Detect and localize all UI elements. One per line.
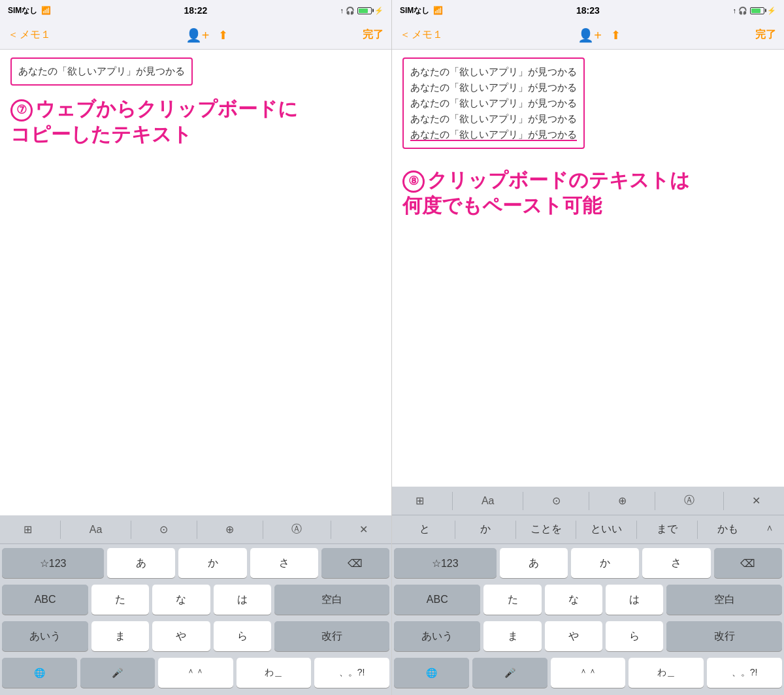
key-ka-left[interactable]: か [178, 548, 246, 578]
key-ra-left[interactable]: ら [214, 621, 271, 651]
keyboard-right: ☆123 あ か さ ⌫ ABC た な は 空白 あいう ま や ら 改行 [392, 544, 784, 695]
suggestion-6[interactable]: かも [698, 520, 758, 539]
key-space-left[interactable]: 空白 [274, 585, 389, 615]
key-na-right[interactable]: な [545, 585, 602, 615]
status-left-left: SIMなし 📶 [8, 5, 51, 16]
key-ka-right[interactable]: か [571, 548, 639, 578]
suggestions-row-right: と か ことを といい まで かも ＾ [392, 515, 784, 544]
key-wa-right[interactable]: わ＿ [629, 658, 704, 688]
key-ya-left[interactable]: や [152, 621, 210, 651]
key-mic-right[interactable]: 🎤 [472, 658, 547, 688]
key-ma-right[interactable]: ま [483, 621, 541, 651]
back-label-right: メモ１ [412, 28, 443, 42]
signal-icon: ↑ 🎧 [340, 7, 355, 15]
key-ha-right[interactable]: は [606, 585, 663, 615]
suggestion-2[interactable]: か [455, 520, 515, 539]
pasted-text-box: あなたの「欲しいアプリ」が見つかる あなたの「欲しいアプリ」が見つかる あなたの… [402, 57, 585, 149]
key-na-left[interactable]: な [152, 585, 210, 615]
key-aiueo-left[interactable]: あいう [2, 621, 88, 651]
back-label-left: メモ１ [20, 28, 51, 42]
key-abc-right[interactable]: ABC [394, 585, 480, 615]
key-ha-left[interactable]: は [214, 585, 271, 615]
battery-right [750, 7, 764, 14]
grid-icon-left[interactable]: ⊞ [18, 521, 37, 538]
done-button-left[interactable]: 完了 [363, 28, 384, 42]
key-mic-left[interactable]: 🎤 [80, 658, 155, 688]
bottom-row-left: 🌐 🎤 ＾＾ わ＿ 、。?! [2, 658, 389, 688]
keyboard-area-left: ⊞ Aa ⊙ ⊕ Ⓐ ✕ ☆123 あ か さ ⌫ ABC た な [0, 515, 391, 695]
key-aiueo-right[interactable]: あいう [394, 621, 480, 651]
key-123-right[interactable]: ☆123 [394, 548, 497, 578]
grid-icon-right[interactable]: ⊞ [410, 492, 429, 509]
right-screen: SIMなし 📶 18:23 ↑ 🎧 ⚡ ＜ メモ１ 👤+ ⬆ 完了 あなたの「欲… [392, 0, 784, 695]
back-button-right[interactable]: ＜ メモ１ [400, 28, 443, 42]
key-ya-right[interactable]: や [545, 621, 602, 651]
left-screen: SIMなし 📶 18:22 ↑ 🎧 ⚡ ＜ メモ１ 👤+ ⬆ 完了 あなたの「欲… [0, 0, 392, 695]
done-button-right[interactable]: 完了 [755, 28, 776, 42]
annotation-number-left: ⑦ [10, 99, 33, 121]
keyboard-left: ☆123 あ か さ ⌫ ABC た な は 空白 あいう ま や ら 改行 [0, 544, 391, 695]
nav-bar-left: ＜ メモ１ 👤+ ⬆ 完了 [0, 21, 391, 50]
plus-circle-icon-right[interactable]: ⊕ [613, 492, 632, 509]
key-punct-left[interactable]: 、。?! [314, 658, 389, 688]
toolbar-right: ⊞ Aa ⊙ ⊕ Ⓐ ✕ [392, 487, 784, 515]
pasted-line-3: あなたの「欲しいアプリ」が見つかる [410, 95, 577, 111]
key-a-left[interactable]: あ [107, 548, 175, 578]
key-hat-right[interactable]: ＾＾ [551, 658, 626, 688]
key-ra-right[interactable]: ら [606, 621, 663, 651]
share-icon-left[interactable]: ⬆ [218, 28, 228, 42]
back-button-left[interactable]: ＜ メモ１ [8, 28, 51, 42]
key-globe-left[interactable]: 🌐 [2, 658, 77, 688]
suggestion-3[interactable]: ことを [516, 520, 576, 539]
key-wa-left[interactable]: わ＿ [237, 658, 312, 688]
check-icon-right[interactable]: ⊙ [547, 492, 566, 509]
key-123-left[interactable]: ☆123 [2, 548, 104, 578]
suggestion-5[interactable]: まで [637, 520, 697, 539]
content-right: あなたの「欲しいアプリ」が見つかる あなたの「欲しいアプリ」が見つかる あなたの… [392, 50, 784, 487]
close-icon-left[interactable]: ✕ [354, 521, 373, 538]
key-row-2-left: ABC た な は 空白 [2, 585, 389, 615]
key-globe-right[interactable]: 🌐 [394, 658, 469, 688]
font-icon-left[interactable]: Aa [84, 521, 108, 538]
key-ta-right[interactable]: た [483, 585, 541, 615]
key-delete-left[interactable]: ⌫ [321, 548, 389, 578]
key-sa-right[interactable]: さ [642, 548, 710, 578]
key-hat-left[interactable]: ＾＾ [158, 658, 233, 688]
key-ta-left[interactable]: た [91, 585, 149, 615]
add-contact-icon-right[interactable]: 👤+ [578, 27, 602, 43]
suggestion-4[interactable]: といい [576, 520, 636, 539]
style-icon-left[interactable]: Ⓐ [286, 520, 307, 539]
nav-actions-right: 👤+ ⬆ [578, 27, 621, 43]
key-row-1-right: ☆123 あ か さ ⌫ [394, 548, 782, 578]
key-row-3-left: あいう ま や ら 改行 [2, 621, 389, 651]
sim-label-right: SIMなし [400, 5, 429, 16]
key-sa-left[interactable]: さ [250, 548, 318, 578]
key-abc-left[interactable]: ABC [2, 585, 88, 615]
bolt-icon-right: ⚡ [767, 7, 776, 15]
toolbar-left: ⊞ Aa ⊙ ⊕ Ⓐ ✕ [0, 515, 391, 544]
key-row-2-right: ABC た な は 空白 [394, 585, 782, 615]
plus-circle-icon-left[interactable]: ⊕ [220, 521, 239, 538]
key-delete-right[interactable]: ⌫ [714, 548, 782, 578]
key-enter-right[interactable]: 改行 [666, 621, 782, 651]
close-icon-right[interactable]: ✕ [747, 492, 766, 509]
share-icon-right[interactable]: ⬆ [611, 28, 621, 42]
key-ma-left[interactable]: ま [91, 621, 149, 651]
style-icon-right[interactable]: Ⓐ [679, 491, 700, 510]
check-icon-left[interactable]: ⊙ [154, 521, 173, 538]
add-contact-icon-left[interactable]: 👤+ [186, 27, 210, 43]
suggestions-expand[interactable]: ＾ [758, 522, 781, 538]
time-left: 18:22 [184, 5, 207, 16]
nav-actions-left: 👤+ ⬆ [186, 27, 229, 43]
key-row-1-left: ☆123 あ か さ ⌫ [2, 548, 389, 578]
key-a-right[interactable]: あ [500, 548, 568, 578]
font-icon-right[interactable]: Aa [476, 493, 500, 509]
nav-bar-right: ＜ メモ１ 👤+ ⬆ 完了 [392, 21, 784, 50]
status-bar-right: SIMなし 📶 18:23 ↑ 🎧 ⚡ [392, 0, 784, 21]
key-space-right[interactable]: 空白 [666, 585, 782, 615]
key-enter-left[interactable]: 改行 [274, 621, 389, 651]
status-right-right: ↑ 🎧 ⚡ [732, 7, 776, 15]
sim-label-left: SIMなし [8, 5, 37, 16]
key-punct-right[interactable]: 、。?! [707, 658, 782, 688]
suggestion-1[interactable]: と [395, 520, 455, 539]
